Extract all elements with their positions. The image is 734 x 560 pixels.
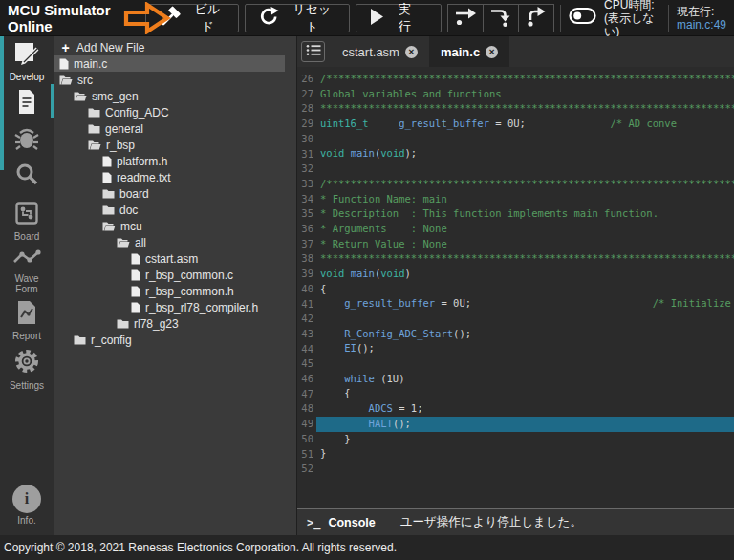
code-line[interactable]: Global variables and functions: [316, 87, 734, 102]
tree-item[interactable]: Config_ADC: [54, 104, 285, 120]
gutter-line-number[interactable]: 44: [297, 342, 313, 357]
step-out-button[interactable]: [518, 4, 554, 32]
gutter-line-number[interactable]: 28: [297, 101, 313, 117]
code-line[interactable]: ****************************************…: [316, 101, 734, 117]
close-icon[interactable]: ✕: [486, 46, 498, 58]
gutter-line-number[interactable]: 52: [297, 462, 313, 477]
tree-item[interactable]: doc: [54, 202, 285, 218]
tab-cstart-asm[interactable]: cstart.asm ✕: [331, 36, 429, 67]
add-new-file-button[interactable]: +Add New File: [54, 39, 285, 55]
code-line[interactable]: * Description : This function implements…: [316, 206, 734, 222]
tree-item[interactable]: main.c: [54, 55, 285, 72]
tree-item[interactable]: mcu: [54, 218, 285, 234]
code-line[interactable]: * Function Name: main: [316, 192, 734, 207]
code-line[interactable]: ****************************************…: [316, 251, 734, 267]
code-line[interactable]: ADCS = 1;: [316, 401, 734, 417]
gutter-line-number[interactable]: 38: [297, 251, 313, 267]
gutter-line-number[interactable]: 35: [297, 206, 313, 222]
code-line-current[interactable]: HALT();: [316, 417, 734, 432]
sidebar-item-info[interactable]: i Info.: [0, 485, 54, 526]
code-line[interactable]: void main(void): [316, 267, 734, 282]
gutter-line-number[interactable]: 34: [297, 192, 313, 207]
gutter-line-number[interactable]: 37: [297, 237, 313, 252]
code-line[interactable]: }: [316, 446, 734, 462]
code-line[interactable]: * Return Value : None: [316, 237, 734, 252]
reset-icon: [259, 6, 279, 30]
gutter-line-number[interactable]: 36: [297, 222, 313, 237]
code-line[interactable]: [316, 356, 734, 372]
reset-button[interactable]: リセット: [245, 4, 350, 32]
tree-item[interactable]: platform.h: [54, 153, 285, 169]
tree-item[interactable]: readme.txt: [54, 169, 285, 185]
tab-list-button[interactable]: [301, 41, 325, 62]
gutter-line-number[interactable]: 46: [297, 372, 313, 387]
tree-item[interactable]: r_bsp_common.h: [54, 283, 285, 299]
sidebar-item-settings[interactable]: Settings: [0, 348, 54, 391]
tree-item[interactable]: smc_gen: [54, 88, 285, 104]
code-editor[interactable]: 2627282930313233343536373839404142434445…: [297, 67, 734, 508]
editor-code[interactable]: /***************************************…: [316, 72, 734, 508]
code-line[interactable]: [316, 132, 734, 147]
gutter-line-number[interactable]: 33: [297, 177, 313, 192]
code-line[interactable]: /***************************************…: [316, 72, 734, 87]
gutter-line-number[interactable]: 50: [297, 432, 313, 447]
run-button[interactable]: 実行: [356, 4, 442, 32]
gutter-line-number[interactable]: 29: [297, 117, 313, 132]
step-in-button[interactable]: [483, 4, 519, 32]
sidebar-item-debug[interactable]: [0, 127, 54, 154]
gutter-line-number[interactable]: 27: [297, 87, 313, 102]
gutter-line-number[interactable]: 49: [297, 417, 313, 432]
step-over-button[interactable]: [447, 4, 484, 32]
gutter-line-number[interactable]: 51: [297, 447, 313, 463]
gutter-line-number[interactable]: 45: [297, 356, 313, 372]
tree-item[interactable]: r_config: [54, 332, 285, 348]
tree-item[interactable]: all: [54, 234, 285, 250]
gutter-line-number[interactable]: 26: [297, 72, 313, 87]
editor-gutter[interactable]: 2627282930313233343536373839404142434445…: [297, 72, 316, 508]
sidebar-item-develop[interactable]: Develop: [0, 41, 54, 82]
tree-item[interactable]: general: [54, 120, 285, 137]
sidebar-item-waveform[interactable]: Wave Form: [0, 248, 54, 294]
gutter-line-number[interactable]: 43: [297, 327, 313, 342]
close-icon[interactable]: ✕: [405, 46, 418, 58]
sidebar-item-search[interactable]: [0, 162, 54, 190]
gutter-line-number[interactable]: 48: [297, 401, 313, 417]
code-line[interactable]: while (1U): [316, 372, 734, 387]
tree-item[interactable]: r_bsp_common.c: [54, 267, 285, 283]
sidebar-item-board[interactable]: Board: [0, 201, 54, 242]
code-line[interactable]: }: [316, 432, 734, 447]
sidebar-item-report[interactable]: Report: [0, 300, 54, 341]
console-bar[interactable]: >_ Console ユーザ操作により停止しました。: [297, 508, 734, 535]
code-line[interactable]: EI();: [316, 341, 734, 356]
tab-main-c[interactable]: main.c ✕: [429, 36, 509, 67]
tree-item[interactable]: r_bsp: [54, 137, 285, 153]
code-line[interactable]: [316, 162, 734, 177]
gutter-line-number[interactable]: 30: [297, 132, 313, 147]
code-line[interactable]: [316, 462, 734, 477]
build-button[interactable]: ビルド: [145, 4, 239, 32]
tree-item[interactable]: src: [54, 72, 285, 88]
gutter-line-number[interactable]: 47: [297, 387, 313, 402]
code-line[interactable]: * Arguments : None: [316, 222, 734, 237]
code-line[interactable]: R_Config_ADC_Start();: [316, 327, 734, 342]
gutter-line-number[interactable]: 39: [297, 267, 313, 282]
sidebar-item-editor-file[interactable]: [0, 89, 54, 118]
gutter-line-number[interactable]: 32: [297, 162, 313, 177]
tree-item[interactable]: board: [54, 185, 285, 202]
cpu-time-block[interactable]: CPU時間: (表示しない): [569, 0, 660, 38]
tree-item[interactable]: cstart.asm: [54, 250, 285, 267]
code-line[interactable]: void main(void);: [316, 146, 734, 162]
code-line[interactable]: {: [316, 282, 734, 297]
code-line[interactable]: [316, 312, 734, 327]
gutter-line-number[interactable]: 31: [297, 147, 313, 162]
gutter-line-number[interactable]: 42: [297, 312, 313, 327]
gutter-line-number[interactable]: 41: [297, 297, 313, 312]
code-line[interactable]: {: [316, 386, 734, 401]
current-line-link[interactable]: main.c:49: [677, 18, 726, 32]
gutter-line-number[interactable]: 40: [297, 282, 313, 297]
tree-item[interactable]: rl78_g23: [54, 315, 285, 332]
code-line[interactable]: g_result_buffer = 0U; /* Initialize: [316, 296, 734, 312]
tree-item[interactable]: r_bsp_rl78_compiler.h: [54, 299, 285, 315]
code-line[interactable]: uint16_t g_result_buffer = 0U; /* AD con…: [316, 117, 734, 132]
code-line[interactable]: /***************************************…: [316, 177, 734, 192]
